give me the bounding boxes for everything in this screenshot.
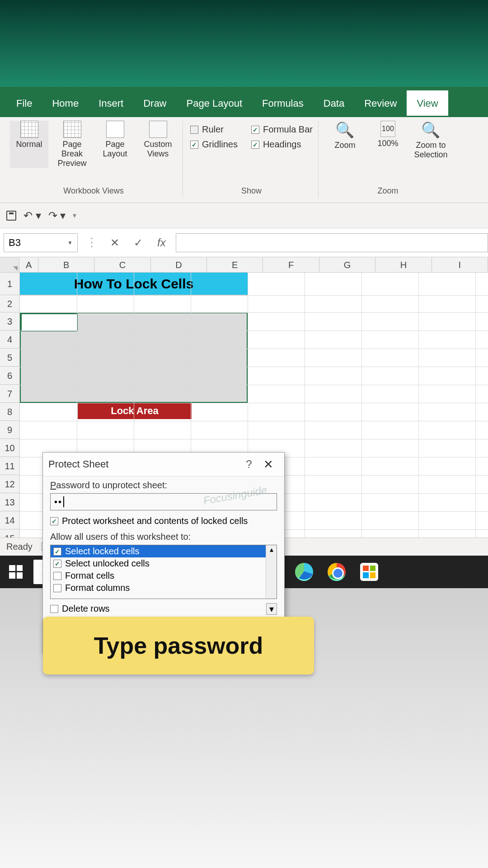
row-header-4[interactable]: 4 (0, 330, 20, 349)
option-format-cells[interactable]: Format cells (51, 570, 277, 582)
store-icon (360, 563, 378, 581)
password-input[interactable]: •• Focusinguide (50, 493, 277, 510)
permissions-listbox[interactable]: Select locked cells Select unlocked cell… (50, 545, 277, 599)
view-page-break-button[interactable]: Page Break Preview (53, 121, 91, 168)
column-header-B[interactable]: B (38, 257, 94, 272)
lock-area-label-cell[interactable]: Lock Area (78, 403, 192, 419)
separator: ⋮ (83, 236, 100, 250)
view-page-layout-button[interactable]: Page Layout (96, 121, 134, 168)
headings-checkbox[interactable]: Headings (251, 139, 313, 150)
row-header-3[interactable]: 3 (0, 312, 20, 330)
tab-view[interactable]: View (407, 90, 448, 117)
checkbox-icon (53, 547, 61, 556)
checkbox-icon (251, 126, 259, 134)
option-format-columns[interactable]: Format columns (51, 582, 277, 594)
select-all-cells[interactable] (0, 257, 19, 272)
chevron-down-icon[interactable]: ▾ (266, 603, 277, 615)
zoom-to-selection-label: Zoom to Selection (412, 141, 450, 160)
checkbox-icon (53, 572, 61, 580)
gridlines-checkbox[interactable]: Gridlines (190, 139, 238, 150)
tab-formulas[interactable]: Formulas (252, 90, 314, 117)
checkbox-icon (190, 126, 198, 134)
column-header-H[interactable]: H (375, 257, 432, 272)
checkbox-icon (50, 517, 58, 525)
qat-customize[interactable]: ▾ (73, 211, 76, 220)
option-delete-rows[interactable]: Delete rows (50, 603, 113, 615)
zoom-selection-icon: 🔍 (421, 121, 440, 139)
group-zoom: 🔍 Zoom 100 100% 🔍 Zoom to Selection Zoom (320, 121, 455, 198)
row-header-8[interactable]: 8 (0, 403, 20, 421)
tab-home[interactable]: Home (42, 90, 89, 117)
column-header-A[interactable]: A (19, 257, 38, 272)
redo-button[interactable]: ↷ ▾ (48, 209, 66, 222)
formula-bar-checkbox[interactable]: Formula Bar (251, 124, 313, 135)
row-header-7[interactable]: 7 (0, 385, 20, 403)
view-normal-label: Normal (16, 140, 42, 149)
gridlines-label: Gridlines (202, 139, 238, 150)
row-header-15[interactable]: 15 (0, 529, 20, 538)
zoom-to-selection-button[interactable]: 🔍 Zoom to Selection (412, 121, 450, 160)
column-header-E[interactable]: E (207, 257, 263, 272)
formula-bar[interactable] (176, 233, 488, 252)
listbox-scrollbar[interactable]: ▴ (266, 545, 277, 599)
name-box[interactable]: B3 ▼ (4, 233, 78, 252)
row-header-11[interactable]: 11 (0, 457, 20, 475)
chrome-browser-button[interactable] (326, 561, 347, 582)
row-header-6[interactable]: 6 (0, 367, 20, 385)
row-header-9[interactable]: 9 (0, 421, 20, 439)
tab-file[interactable]: File (6, 90, 42, 117)
save-button[interactable] (6, 211, 16, 221)
row-header-2[interactable]: 2 (0, 295, 20, 312)
option-label: Delete rows (62, 604, 110, 614)
page-layout-icon (106, 121, 124, 138)
zoom-button[interactable]: 🔍 Zoom (326, 121, 364, 160)
column-header-C[interactable]: C (94, 257, 150, 272)
row-header-12[interactable]: 12 (0, 475, 20, 493)
cancel-edit-button[interactable]: ✕ (106, 236, 124, 249)
status-ready: Ready (6, 542, 33, 552)
tab-data[interactable]: Data (314, 90, 354, 117)
undo-button[interactable]: ↶ ▾ (23, 209, 41, 222)
start-button[interactable] (0, 556, 32, 588)
column-header-D[interactable]: D (151, 257, 207, 272)
ruler-label: Ruler (202, 124, 224, 135)
column-header-F[interactable]: F (263, 257, 319, 272)
chevron-down-icon: ▼ (67, 240, 73, 246)
row-header-13[interactable]: 13 (0, 493, 20, 511)
option-label: Select unlocked cells (65, 558, 150, 569)
option-label: Select locked cells (65, 546, 140, 557)
option-select-unlocked-cells[interactable]: Select unlocked cells (51, 557, 277, 570)
column-header-G[interactable]: G (319, 257, 375, 272)
dialog-close-button[interactable]: ✕ (258, 458, 279, 472)
ruler-checkbox[interactable]: Ruler (190, 124, 238, 135)
active-cell-b3[interactable] (21, 313, 78, 331)
tab-draw[interactable]: Draw (133, 90, 176, 117)
view-normal-button[interactable]: Normal (10, 121, 48, 168)
text-cursor (63, 496, 64, 507)
dialog-help-button[interactable]: ? (240, 458, 258, 471)
view-custom-views-button[interactable]: Custom Views (139, 121, 177, 168)
name-box-value: B3 (9, 237, 21, 249)
page-break-icon (63, 121, 81, 138)
tab-page-layout[interactable]: Page Layout (177, 90, 253, 117)
microsoft-store-button[interactable] (359, 561, 380, 582)
checkbox-icon (53, 560, 61, 568)
protect-contents-label: Protect worksheet and contents of locked… (62, 516, 248, 526)
row-header-1[interactable]: 1 (0, 273, 20, 295)
confirm-edit-button[interactable]: ✓ (129, 236, 147, 249)
group-workbook-views: Normal Page Break Preview Page Layout Cu… (5, 121, 183, 198)
ribbon-tab-strip: File Home Insert Draw Page Layout Formul… (0, 87, 488, 117)
zoom-100-button[interactable]: 100 100% (369, 121, 407, 160)
insert-function-button[interactable]: fx (153, 236, 170, 249)
edge-browser-button[interactable] (294, 561, 314, 582)
option-select-locked-cells[interactable]: Select locked cells (51, 545, 277, 557)
protect-contents-checkbox[interactable]: Protect worksheet and contents of locked… (50, 516, 277, 526)
tab-review[interactable]: Review (354, 90, 407, 117)
quick-access-toolbar: ↶ ▾ ↷ ▾ ▾ (0, 203, 488, 228)
row-header-5[interactable]: 5 (0, 349, 20, 367)
tab-insert[interactable]: Insert (89, 90, 133, 117)
column-header-I[interactable]: I (432, 257, 488, 272)
row-header-14[interactable]: 14 (0, 511, 20, 529)
normal-view-icon (20, 121, 38, 138)
row-header-10[interactable]: 10 (0, 439, 20, 457)
